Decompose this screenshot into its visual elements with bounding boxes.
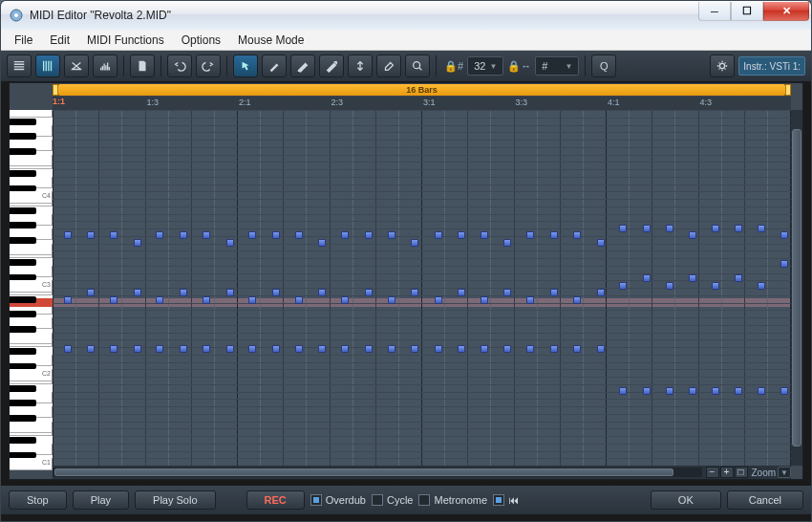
midi-note[interactable] [526,231,534,239]
midi-note[interactable] [643,225,651,232]
midi-note[interactable] [758,282,765,290]
midi-note[interactable] [180,345,187,353]
vertical-scrollbar[interactable] [791,110,802,466]
cancel-button[interactable]: Cancel [727,490,803,510]
midi-note[interactable] [87,289,95,296]
black-key[interactable] [10,222,36,228]
settings-button[interactable] [710,54,735,77]
midi-note[interactable] [666,225,673,232]
midi-note[interactable] [435,296,442,304]
midi-note[interactable] [248,345,256,353]
ok-button[interactable]: OK [651,490,721,510]
midi-note[interactable] [573,345,581,353]
midi-note[interactable] [341,231,349,239]
midi-note[interactable] [388,345,395,353]
white-key[interactable] [10,155,53,166]
midi-note[interactable] [180,231,187,239]
midi-note[interactable] [666,387,673,395]
black-key[interactable] [10,296,36,303]
midi-note[interactable] [64,345,72,353]
midi-note[interactable] [550,231,558,239]
midi-note[interactable] [573,231,581,239]
vscroll-thumb[interactable] [792,129,801,446]
view-piano-roll-button[interactable] [35,54,60,77]
midi-note[interactable] [597,239,605,247]
midi-note[interactable] [87,345,95,353]
black-key[interactable] [10,311,36,317]
midi-note[interactable] [712,225,719,232]
zoom-in-button[interactable]: + [720,467,734,478]
midi-note[interactable] [272,289,280,296]
zoom-select[interactable]: ▼ [778,467,791,478]
black-key[interactable] [10,363,36,370]
overdub-checkbox[interactable]: Overdub [310,494,366,506]
midi-note[interactable] [689,387,696,395]
midi-note[interactable] [134,345,141,353]
instrument-select[interactable]: Instr.: VSTi 1: [738,56,805,76]
black-key[interactable] [10,237,36,244]
midi-note[interactable] [735,387,742,395]
midi-note[interactable] [411,239,418,247]
note-grid[interactable] [53,110,791,466]
midi-note[interactable] [295,296,303,304]
midi-note[interactable] [643,274,651,282]
record-button[interactable]: REC [246,490,305,510]
midi-note[interactable] [780,260,788,268]
tool-draw[interactable] [262,54,287,77]
rewind-checkbox[interactable]: ⏮ [493,494,519,506]
midi-note[interactable] [156,345,163,353]
tool-pattern-draw[interactable] [319,54,344,77]
midi-note[interactable] [318,239,326,247]
midi-note[interactable] [365,289,373,296]
loop-bar[interactable]: 16 Bars [53,83,791,97]
play-button[interactable]: Play [73,490,129,510]
midi-note[interactable] [758,225,765,232]
menu-file[interactable]: File [7,32,40,49]
horizontal-scrollbar[interactable] [53,468,702,477]
midi-note[interactable] [573,296,581,304]
new-button[interactable] [130,54,155,77]
midi-note[interactable] [318,345,326,353]
midi-note[interactable] [341,345,349,353]
loop-region[interactable]: 16 Bars [58,84,785,96]
midi-note[interactable] [388,296,395,304]
cycle-checkbox[interactable]: Cycle [372,494,414,506]
midi-note[interactable] [780,387,788,395]
midi-note[interactable] [180,289,187,296]
midi-note[interactable] [458,345,465,353]
midi-note[interactable] [134,239,141,247]
midi-note[interactable] [134,289,141,296]
midi-note[interactable] [503,289,511,296]
midi-note[interactable] [526,345,534,353]
midi-note[interactable] [411,289,418,296]
view-drum-button[interactable] [64,54,89,77]
midi-note[interactable] [712,282,719,290]
midi-note[interactable] [203,296,210,304]
midi-note[interactable] [643,387,651,395]
midi-note[interactable] [272,345,280,353]
stop-button[interactable]: Stop [9,490,67,510]
titlebar[interactable]: MIDI Editor "Revolta 2.MID" ─ ☐ ✕ [1,1,811,30]
metronome-checkbox[interactable]: Metronome [418,494,487,506]
midi-note[interactable] [481,296,488,304]
black-key[interactable] [10,133,36,140]
midi-note[interactable] [435,345,442,353]
midi-note[interactable] [226,239,234,247]
tool-pointer[interactable] [233,54,258,77]
view-controller-button[interactable] [93,54,118,77]
black-key[interactable] [10,326,36,333]
midi-note[interactable] [735,274,742,282]
midi-note[interactable] [666,282,673,290]
minimize-button[interactable]: ─ [698,2,731,21]
note-length-select[interactable]: #▼ [535,56,579,76]
black-key[interactable] [10,415,36,422]
midi-note[interactable] [318,289,326,296]
midi-note[interactable] [689,274,696,282]
midi-note[interactable] [435,231,442,239]
midi-note[interactable] [780,231,788,239]
midi-note[interactable] [597,345,605,353]
midi-note[interactable] [248,296,256,304]
close-button[interactable]: ✕ [763,2,809,21]
tool-zoom[interactable] [405,54,430,77]
midi-note[interactable] [481,231,488,239]
